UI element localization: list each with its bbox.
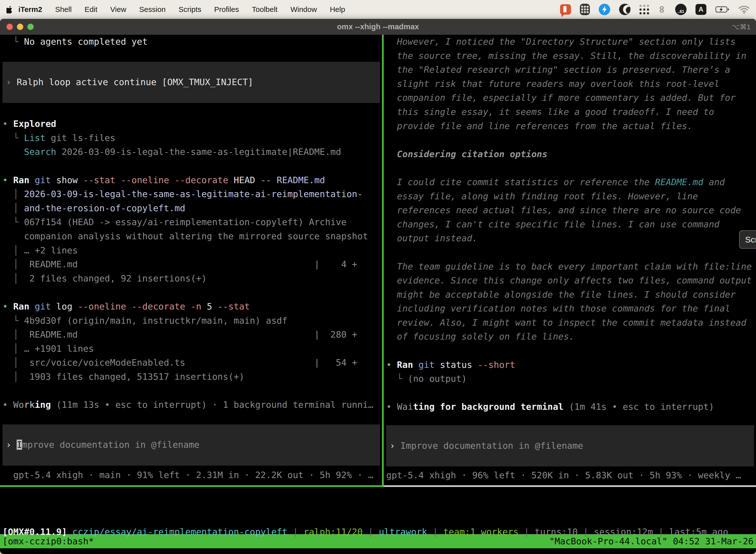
terminal-line: • Working (11m 13s • esc to interrupt) ·…: [2, 398, 382, 412]
terminal-line: references need actual files, and since …: [386, 203, 756, 217]
squiggle-icon[interactable]: ∞: [656, 5, 668, 13]
text-segment: │: [2, 372, 19, 382]
blank-line: [2, 384, 382, 398]
text-segment: Ran: [13, 301, 29, 312]
active-pane-border-segment: [0, 485, 384, 487]
terminal-line: • Waiting for background terminal (1m 41…: [386, 400, 756, 414]
menu-item-session[interactable]: Session: [139, 5, 166, 14]
apple-menu-icon[interactable]: [6, 5, 15, 13]
blank-line: [386, 133, 756, 147]
keypad-icon[interactable]: [580, 4, 590, 15]
prompt-input-text: › Improve documentation in @filename: [390, 439, 583, 453]
traffic-lights: [6, 19, 34, 35]
text-segment: │: [2, 189, 24, 199]
menu-item-edit[interactable]: Edit: [84, 5, 98, 14]
menu-item-view[interactable]: View: [110, 5, 126, 14]
terminal-line: gpt-5.4 xhigh · 96% left · 520K in · 5.8…: [386, 468, 756, 483]
prompt-input-box[interactable]: › Improve documentation in @filename: [2, 425, 380, 466]
menu-item-window[interactable]: Window: [291, 5, 317, 14]
text-segment: … +2 lines: [24, 245, 78, 256]
window-title-bar[interactable]: omx --xhigh --madmax ⌥⌘1: [0, 19, 756, 35]
terminal-line: including verification notes with those …: [386, 301, 756, 316]
close-button[interactable]: [6, 23, 13, 30]
dots-grid-icon[interactable]: [639, 5, 649, 14]
text-segment: (11m 13s • esc to interrupt) · 1 backgro…: [51, 400, 373, 410]
menu-item-shell[interactable]: Shell: [55, 5, 72, 14]
terminal-line: slight risk that future readers may over…: [386, 77, 756, 91]
text-segment: src/voice/voiceModeEnabled.ts | 54 +: [19, 357, 357, 368]
text-segment: slight risk that future readers may over…: [386, 79, 719, 89]
text-segment: … +1901 lines: [24, 343, 94, 354]
terminal-line: the source tree, missing the essay. Stil…: [386, 49, 756, 63]
text-segment: turns:10: [535, 527, 578, 537]
tmux-session-label: [omx-cczip0:bash*: [2, 536, 94, 546]
text-segment: [2, 147, 24, 157]
text-segment: git ls-files: [45, 133, 115, 143]
text-segment: git: [35, 175, 51, 185]
text-segment: rk: [24, 400, 35, 410]
text-segment: No agents completed yet: [24, 37, 148, 47]
right-terminal-pane[interactable]: However, I noticed the "Directory Struct…: [384, 35, 756, 485]
menu-item-profiles[interactable]: Profiles: [214, 5, 239, 14]
text-segment: |: [519, 527, 535, 537]
text-segment: --stat --oneline --decorate: [83, 175, 228, 185]
text-segment: -n: [191, 301, 201, 312]
text-segment: 4b9d30f (origin/main, instructkr/main, m…: [24, 316, 288, 326]
gauge-icon[interactable]: ..61: [675, 4, 687, 15]
text-segment: │: [2, 273, 19, 283]
pane-divider[interactable]: [382, 35, 384, 485]
terminal-line: changes, I can't cite specific file line…: [386, 217, 756, 232]
text-segment: the source tree, missing the essay. Stil…: [386, 51, 746, 61]
prompt-input-box[interactable]: › Improve documentation in @filename: [386, 425, 754, 466]
text-segment: of focusing solely on file lines.: [386, 331, 574, 341]
minimize-button[interactable]: [17, 23, 23, 30]
text-segment: team:1 workers: [443, 527, 518, 537]
battery-icon[interactable]: [715, 6, 730, 13]
terminal-line: provide file and line references from th…: [386, 119, 756, 133]
wifi-icon[interactable]: [739, 5, 750, 14]
text-segment: 5: [201, 301, 217, 312]
blank-line: [386, 161, 756, 175]
blank-line: [386, 245, 756, 260]
tmux-host-clock: "MacBook-Pro-44.local" 04:52 31-Mar-26: [549, 536, 754, 546]
text-segment: 2026-03-09-is-legal-the-same-as-legitima…: [56, 147, 341, 157]
bolt-circle-icon[interactable]: [599, 4, 610, 15]
menu-app-name[interactable]: iTerm2: [18, 5, 42, 14]
left-terminal-pane[interactable]: └ No agents completed yet› Ralph loop ac…: [0, 35, 382, 485]
text-segment: ›: [6, 77, 17, 87]
text-segment: gpt-5.4 xhigh · 96% left · 520K in · 5.8…: [386, 470, 741, 480]
prompt-input-text: › Ralph loop active continue [OMX_TMUX_I…: [6, 75, 253, 89]
terminal-line: └ No agents completed yet: [2, 35, 382, 49]
text-segment: Search: [24, 147, 56, 157]
prompt-input-text: › Improve documentation in @filename: [6, 438, 199, 452]
window-shortcut: ⌥⌘1: [732, 23, 751, 31]
letter-a-icon[interactable]: A: [695, 4, 706, 15]
terminal-line: output instead.: [386, 231, 756, 245]
maximize-button[interactable]: [27, 23, 34, 30]
text-segment: README.md: [655, 177, 703, 187]
terminal-line: └ 4b9d30f (origin/main, instructkr/main,…: [2, 314, 382, 328]
text-segment: review. Also, I might want to inspect th…: [386, 318, 746, 328]
menu-item-toolbelt[interactable]: Toolbelt: [252, 5, 277, 14]
text-segment: •: [2, 119, 13, 129]
menu-item-scripts[interactable]: Scripts: [179, 5, 201, 14]
prompt-input-box[interactable]: › Ralph loop active continue [OMX_TMUX_I…: [2, 62, 380, 103]
text-segment: •: [2, 301, 13, 312]
text-segment: •: [2, 175, 13, 185]
text-segment: changes, I can't cite specific file line…: [386, 219, 719, 229]
terminal-line: The team guideline is to back every impo…: [386, 260, 756, 274]
terminal-line: • Ran git show --stat --oneline --decora…: [2, 173, 382, 187]
terminal-line: └ (no output): [386, 372, 756, 386]
terminal-line: │ 2026-03-09-is-legal-the-same-as-legiti…: [2, 187, 382, 201]
terminal-line: • Ran git status --short: [386, 358, 756, 372]
text-segment: ing: [35, 400, 51, 410]
moon-circle-icon[interactable]: [619, 4, 630, 15]
blank-line: [2, 103, 382, 117]
terminal-line: companion analysis without altering the …: [2, 229, 382, 243]
menu-item-help[interactable]: Help: [330, 5, 345, 14]
terminal-line: Search 2026-03-09-is-legal-the-same-as-l…: [2, 145, 382, 159]
chat-icon[interactable]: [560, 4, 571, 15]
text-segment: essay file, along with finding root file…: [386, 191, 698, 201]
text-segment: session:12m: [594, 527, 653, 537]
text-segment: --oneline --decorate: [78, 301, 185, 312]
